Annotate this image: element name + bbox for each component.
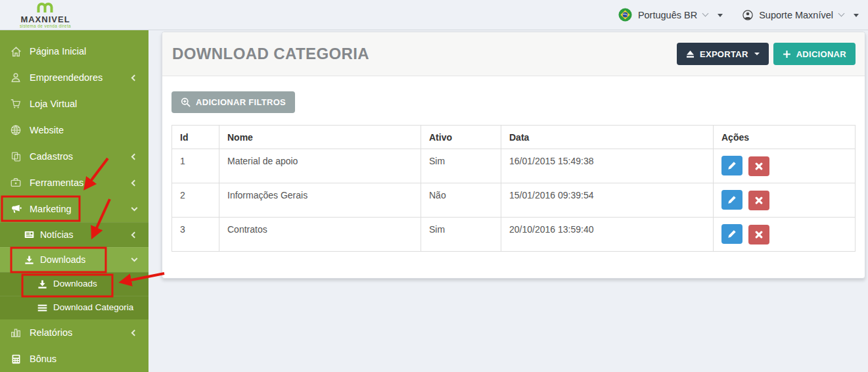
download-icon <box>24 253 35 266</box>
sidebar-item-cadastros[interactable]: Cadastros <box>0 143 148 170</box>
x-icon <box>755 197 763 204</box>
cell-id: 3 <box>172 218 219 252</box>
home-icon <box>9 45 22 58</box>
sidebar-item-pagina-inicial[interactable]: Página Inicial <box>0 38 148 64</box>
brand-tagline: sistema de venda direta <box>20 24 71 28</box>
chevron-left-icon <box>131 74 138 81</box>
categories-table: IdNomeAtivoDataAções 1 Material de apoio… <box>171 125 856 252</box>
cell-ativo: Sim <box>421 149 501 183</box>
cell-ativo: Não <box>421 183 501 218</box>
language-selector[interactable]: Português BR <box>618 8 723 22</box>
chevron-left-icon <box>131 179 138 186</box>
list-icon <box>37 301 48 314</box>
cell-acoes <box>714 183 856 218</box>
cell-data: 15/01/2016 09:39:54 <box>501 183 714 218</box>
caret-down-icon <box>754 53 760 55</box>
sidebar-item-website[interactable]: Website <box>0 117 148 143</box>
cell-nome: Informações Gerais <box>219 183 421 218</box>
edit-button[interactable] <box>721 190 742 210</box>
edit-button[interactable] <box>721 224 742 244</box>
cell-acoes <box>714 218 856 252</box>
sidebar-item-noticias-l2[interactable]: Notícias <box>0 222 148 247</box>
sidebar-item-ferramentas[interactable]: Ferramentas <box>0 170 148 196</box>
chevron-left-icon <box>131 153 138 160</box>
search-plus-icon <box>181 97 191 107</box>
person-icon <box>9 71 22 84</box>
add-filters-button[interactable]: ADICIONAR FILTROS <box>171 91 295 113</box>
chevron-left-icon <box>131 231 138 238</box>
caret-down-icon[interactable] <box>854 14 859 17</box>
cart-icon <box>9 97 22 110</box>
brand-logo[interactable]: MAXNIVEL sistema de venda direta <box>17 1 74 28</box>
column-header-nome: Nome <box>219 126 421 149</box>
cell-nome: Contratos <box>219 218 421 252</box>
calculator-icon <box>9 352 22 365</box>
chevron-left-icon <box>131 329 138 336</box>
delete-button[interactable] <box>748 191 769 210</box>
add-button[interactable]: ADICIONAR <box>773 43 856 65</box>
cell-acoes <box>714 149 856 183</box>
cell-data: 20/10/2016 13:59:40 <box>501 218 714 252</box>
content-panel: DOWNLOAD CATEGORIA EXPORTAR ADICIONAR <box>162 32 865 279</box>
user-label: Suporte Maxnível <box>759 10 833 20</box>
download-icon <box>37 277 48 291</box>
column-header-data: Data <box>501 126 714 149</box>
chevron-down-icon <box>131 256 138 262</box>
chevron-down-icon <box>838 11 845 17</box>
cell-nome: Material de apoio <box>219 149 421 183</box>
sidebar-item-empreendedores[interactable]: Empreendedores <box>0 64 148 91</box>
chart-icon <box>9 326 22 339</box>
pencil-icon <box>727 161 737 170</box>
globe-icon <box>9 124 22 137</box>
language-label: Português BR <box>638 10 697 20</box>
cell-id: 2 <box>172 183 219 218</box>
column-header-id: Id <box>172 126 219 149</box>
column-header-ativo: Ativo <box>421 126 501 149</box>
user-menu[interactable]: Suporte Maxnível <box>742 10 859 20</box>
cell-data: 16/01/2015 15:49:38 <box>501 149 714 183</box>
eject-icon <box>686 51 695 58</box>
chevron-down-icon <box>702 11 709 17</box>
plus-icon <box>783 50 791 58</box>
x-icon <box>755 231 763 239</box>
delete-button[interactable] <box>748 225 769 244</box>
page-title: DOWNLOAD CATEGORIA <box>172 45 369 63</box>
table-header-row: IdNomeAtivoDataAções <box>172 126 856 149</box>
table-row: 3 Contratos Sim 20/10/2016 13:59:40 <box>172 218 856 252</box>
documents-icon <box>9 150 22 163</box>
pencil-icon <box>727 195 737 204</box>
edit-button[interactable] <box>721 156 742 175</box>
newspaper-icon <box>24 228 35 241</box>
brazil-flag-icon <box>618 8 632 22</box>
sidebar-item-relatorios[interactable]: Relatórios <box>0 319 148 346</box>
brand-mark-icon <box>35 1 56 15</box>
sidebar-item-bonus[interactable]: Bônus <box>0 346 148 372</box>
column-header-acoes: Ações <box>714 126 856 149</box>
user-circle-icon <box>742 10 753 20</box>
export-button[interactable]: EXPORTAR <box>677 43 769 65</box>
delete-button[interactable] <box>748 156 769 176</box>
cell-id: 1 <box>172 149 219 183</box>
sidebar-item-marketing[interactable]: Marketing <box>0 196 148 222</box>
pencil-icon <box>727 229 737 239</box>
caret-down-icon[interactable] <box>718 14 723 17</box>
x-icon <box>755 162 763 170</box>
briefcase-icon <box>9 176 22 189</box>
topbar: MAXNIVEL sistema de venda direta Portugu… <box>0 0 868 30</box>
page-header: DOWNLOAD CATEGORIA EXPORTAR ADICIONAR <box>162 32 865 76</box>
sidebar: Página Inicial Empreendedores Loja Virtu… <box>0 30 148 372</box>
chevron-down-icon <box>131 205 138 212</box>
megaphone-icon <box>9 202 22 216</box>
sidebar-item-downloads-l3[interactable]: Downloads <box>0 272 148 296</box>
brand-name: MAXNIVEL <box>20 15 70 24</box>
sidebar-item-downloads-l2[interactable]: Downloads <box>0 247 148 272</box>
table-row: 2 Informações Gerais Não 15/01/2016 09:3… <box>172 183 856 218</box>
cell-ativo: Sim <box>421 218 501 252</box>
sidebar-item-loja-virtual[interactable]: Loja Virtual <box>0 91 148 117</box>
table-row: 1 Material de apoio Sim 16/01/2015 15:49… <box>172 149 856 183</box>
sidebar-item-download-categoria-l3[interactable]: Download Categoria <box>0 296 148 319</box>
